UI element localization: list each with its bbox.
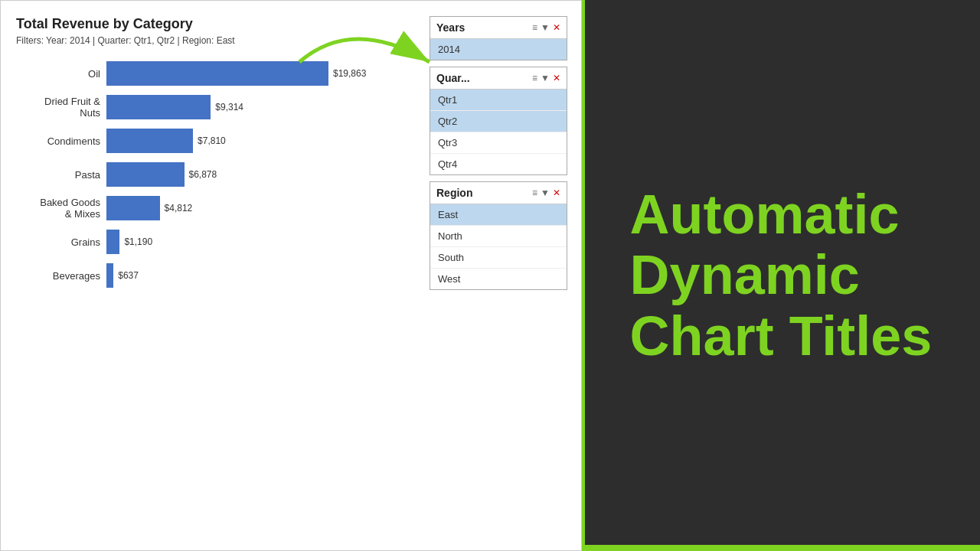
region-slicer-title: Region — [436, 187, 529, 199]
bar-label: Pasta — [16, 169, 100, 181]
promo-text: Automatic Dynamic Chart Titles — [630, 184, 933, 367]
region-item-west[interactable]: West — [430, 269, 567, 289]
bar-row: Beverages$637 — [16, 263, 422, 288]
bar-label: Grains — [16, 236, 100, 248]
quarters-slicer-title: Quar... — [436, 72, 529, 84]
bar — [106, 129, 193, 153]
bar — [106, 196, 160, 220]
bar-row: Condiments$7,810 — [16, 129, 422, 153]
quarters-slicer: Quar... ≡ ▼ ✕ Qtr1 Qtr2 Qtr3 Qtr4 — [430, 67, 567, 175]
bar-value: $7,810 — [198, 135, 226, 146]
quarters-funnel-icon[interactable]: ▼ — [541, 73, 550, 83]
bar-container: $9,314 — [106, 95, 422, 119]
quarters-item-qtr3[interactable]: Qtr3 — [430, 132, 567, 154]
quarters-slicer-header: Quar... ≡ ▼ ✕ — [430, 67, 567, 90]
bar-value: $1,190 — [124, 236, 152, 247]
region-funnel-icon[interactable]: ▼ — [541, 187, 550, 198]
bar-container: $1,190 — [106, 230, 422, 254]
bar-container: $19,863 — [106, 61, 422, 86]
bar-label: Oil — [16, 68, 100, 80]
bar-row: Oil$19,863 — [16, 61, 422, 86]
quarters-item-qtr2[interactable]: Qtr2 — [430, 111, 567, 132]
right-panel: Automatic Dynamic Chart Titles — [582, 0, 980, 551]
bar-container: $637 — [106, 263, 422, 288]
bar-value: $6,878 — [189, 169, 217, 180]
bar-label: Dried Fruit &Nuts — [16, 96, 100, 119]
region-item-south[interactable]: South — [430, 247, 567, 269]
years-item-2014[interactable]: 2014 — [430, 39, 567, 60]
bar-row: Grains$1,190 — [16, 230, 422, 254]
excel-panel: Total Revenue by Category Filters: Year:… — [0, 0, 582, 551]
quarters-filter-lines-icon[interactable]: ≡ — [532, 73, 537, 83]
bar-container: $7,810 — [106, 129, 422, 153]
bar-value: $637 — [118, 270, 139, 281]
years-clear-icon[interactable]: ✕ — [553, 22, 560, 33]
bar-row: Baked Goods& Mixes$4,812 — [16, 196, 422, 220]
bar-row: Dried Fruit &Nuts$9,314 — [16, 95, 422, 119]
region-filter-lines-icon[interactable]: ≡ — [532, 187, 537, 198]
chart-title: Total Revenue by Category — [16, 16, 422, 32]
region-slicer-header: Region ≡ ▼ ✕ — [430, 182, 567, 204]
bar-chart: Oil$19,863Dried Fruit &Nuts$9,314Condime… — [16, 61, 422, 288]
bar-container: $6,878 — [106, 162, 422, 187]
years-slicer-title: Years — [436, 21, 529, 34]
bar-value: $9,314 — [215, 102, 243, 112]
quarters-item-qtr1[interactable]: Qtr1 — [430, 90, 567, 111]
chart-subtitle: Filters: Year: 2014 | Quarter: Qtr1, Qtr… — [16, 35, 422, 46]
years-filter-lines-icon[interactable]: ≡ — [532, 22, 537, 33]
region-item-east[interactable]: East — [430, 204, 567, 226]
promo-line2: Dynamic — [630, 245, 933, 305]
bar — [106, 95, 211, 119]
bar-container: $4,812 — [106, 196, 422, 220]
bar — [106, 162, 185, 187]
region-clear-icon[interactable]: ✕ — [553, 187, 560, 198]
bar — [106, 61, 328, 86]
bar-value: $4,812 — [165, 203, 193, 214]
years-funnel-icon[interactable]: ▼ — [541, 22, 550, 33]
bar — [106, 230, 119, 254]
years-slicer-header: Years ≡ ▼ ✕ — [430, 17, 567, 39]
bar-label: Baked Goods& Mixes — [16, 197, 100, 220]
quarters-item-qtr4[interactable]: Qtr4 — [430, 154, 567, 174]
region-slicer: Region ≡ ▼ ✕ East North South West — [430, 181, 567, 290]
years-slicer: Years ≡ ▼ ✕ 2014 — [430, 16, 567, 60]
bar-row: Pasta$6,878 — [16, 162, 422, 187]
promo-line3: Chart Titles — [630, 306, 933, 367]
promo-line1: Automatic — [630, 184, 933, 245]
bar — [106, 263, 113, 288]
bar-value: $19,863 — [333, 68, 366, 79]
chart-area: Total Revenue by Category Filters: Year:… — [16, 16, 422, 288]
quarters-clear-icon[interactable]: ✕ — [553, 73, 560, 83]
bar-label: Beverages — [16, 270, 100, 282]
region-item-north[interactable]: North — [430, 226, 567, 247]
bar-label: Condiments — [16, 135, 100, 147]
slicers-area: Years ≡ ▼ ✕ 2014 Quar... ≡ ▼ ✕ Qtr1 Qtr2… — [430, 16, 567, 290]
